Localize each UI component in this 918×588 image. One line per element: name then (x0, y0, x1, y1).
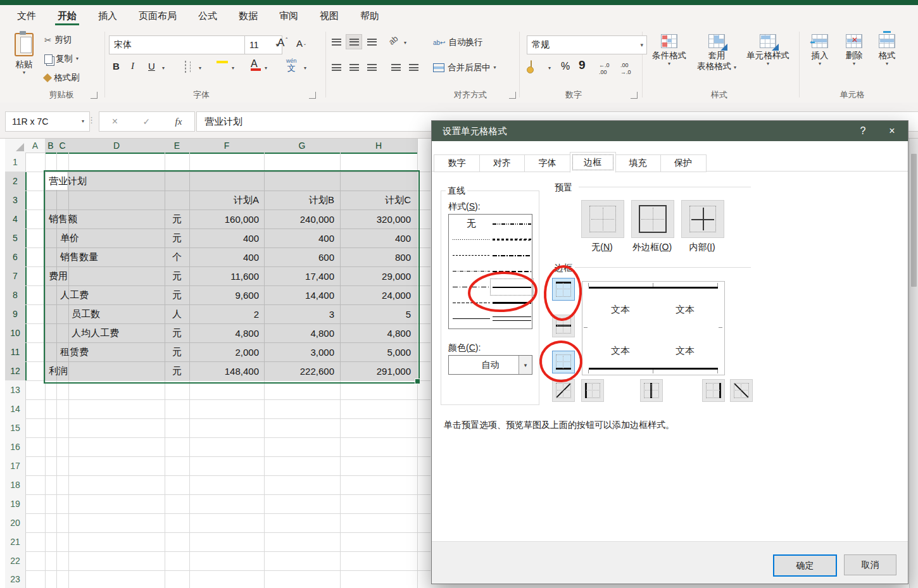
row-header-17[interactable]: 17 (5, 456, 26, 476)
tab-border[interactable]: 边框 (570, 152, 616, 173)
border-button-inner-vertical[interactable] (640, 379, 663, 402)
row-header-19[interactable]: 19 (5, 494, 26, 514)
dialog-close-button[interactable]: × (877, 121, 907, 141)
line-style-thick[interactable] (491, 295, 533, 311)
line-style-slant-dash[interactable] (491, 232, 533, 247)
preset-button-none[interactable] (581, 200, 624, 238)
line-style-dashed[interactable] (451, 295, 492, 311)
row-header-16[interactable]: 16 (5, 437, 26, 457)
menu-tab-file[interactable]: 文件 (6, 5, 47, 27)
row-header-20[interactable]: 20 (5, 513, 26, 533)
preset-button-outline[interactable] (631, 200, 674, 238)
line-style-dash-fine[interactable] (451, 247, 492, 263)
decrease-indent-button[interactable] (387, 59, 404, 75)
align-right-button[interactable] (363, 59, 380, 75)
selection-fill-handle[interactable] (415, 378, 420, 384)
number-dialog-launcher[interactable] (631, 92, 638, 99)
line-style-list[interactable]: 无 (448, 214, 532, 329)
format-as-table-button[interactable]: 套用 表格格式 ▾ (694, 34, 739, 72)
merge-center-button[interactable]: 合并后居中 ▾ (433, 62, 496, 73)
menu-tab-help[interactable]: 帮助 (349, 5, 390, 27)
row-header-15[interactable]: 15 (5, 418, 26, 438)
font-dialog-launcher[interactable] (309, 92, 316, 99)
row-header-10[interactable]: 10 (5, 323, 27, 343)
column-header-a[interactable]: A (25, 139, 46, 153)
row-header-3[interactable]: 3 (5, 191, 27, 210)
line-style-dash-dot-long[interactable] (451, 279, 492, 295)
increase-decimal-button[interactable]: ←.0 .00 (599, 62, 617, 76)
row-header-21[interactable]: 21 (5, 532, 26, 552)
number-format-combo[interactable]: 常规▾ (527, 35, 647, 54)
border-button-left[interactable] (581, 379, 604, 402)
preset-button-inside[interactable] (681, 200, 724, 238)
line-style-none[interactable]: 无 (451, 216, 492, 232)
borders-button[interactable] (185, 61, 186, 73)
clipboard-dialog-launcher[interactable] (91, 92, 97, 99)
cell-styles-button[interactable]: 单元格样式 ▾ (743, 34, 793, 66)
orientation-button[interactable]: ab (387, 34, 400, 47)
border-button-inner-horizontal[interactable] (552, 315, 575, 337)
line-style-dash-dot-dot[interactable] (491, 216, 533, 232)
accounting-format-button[interactable] (531, 61, 532, 72)
row-header-7[interactable]: 7 (5, 266, 27, 286)
percent-style-button[interactable]: % (561, 61, 570, 72)
align-left-button[interactable] (328, 59, 344, 75)
border-button-diagonal-down[interactable] (730, 379, 753, 402)
row-header-11[interactable]: 11 (5, 342, 27, 362)
bold-button[interactable]: B (113, 61, 120, 72)
dialog-titlebar[interactable]: 设置单元格格式 (432, 121, 908, 141)
row-header-5[interactable]: 5 (5, 228, 27, 248)
row-header-2[interactable]: 2 (5, 172, 27, 191)
line-style-med-dash[interactable] (491, 263, 533, 279)
ok-button[interactable]: 确定 (773, 554, 837, 577)
column-header-d[interactable]: D (68, 139, 165, 154)
line-style-thin[interactable] (451, 311, 492, 327)
cut-button[interactable]: ✂ 剪切 (44, 34, 72, 46)
align-middle-button[interactable] (346, 34, 362, 49)
column-header-h[interactable]: H (340, 139, 418, 154)
row-header-12[interactable]: 12 (5, 361, 27, 381)
menu-tab-home[interactable]: 开始 (47, 5, 87, 27)
line-style-solid[interactable] (491, 279, 533, 295)
menu-tab-page-layout[interactable]: 页面布局 (128, 5, 187, 27)
tab-alignment[interactable]: 对齐 (479, 154, 525, 172)
vertical-scrollbar[interactable] (909, 139, 918, 588)
insert-function-button[interactable]: fx (175, 116, 182, 127)
select-all-corner[interactable] (5, 139, 26, 153)
comma-style-button[interactable]: 9 (579, 58, 586, 72)
menu-tab-data[interactable]: 数据 (228, 5, 268, 27)
confirm-entry-button[interactable]: ✓ (142, 116, 150, 127)
alignment-dialog-launcher[interactable] (509, 92, 516, 99)
align-center-button[interactable] (346, 59, 362, 75)
insert-cells-button[interactable]: ⬅ 插入 ▾ (805, 34, 834, 66)
line-color-combo[interactable]: 自动 ▾ (448, 355, 532, 375)
menu-tab-view[interactable]: 视图 (309, 5, 349, 27)
row-header-6[interactable]: 6 (5, 247, 27, 267)
row-header-8[interactable]: 8 (5, 285, 27, 305)
menu-tab-review[interactable]: 审阅 (268, 5, 309, 27)
font-color-button[interactable]: A (251, 58, 258, 70)
tab-font[interactable]: 字体 (524, 154, 570, 172)
delete-cells-button[interactable]: ✕ 删除 ▾ (839, 34, 869, 66)
font-size-combo[interactable]: 11▾ (244, 35, 282, 54)
border-button-right[interactable] (702, 379, 725, 402)
row-header-23[interactable]: 23 (5, 570, 26, 588)
font-name-combo[interactable]: 宋体▾ (109, 35, 252, 54)
column-header-c[interactable]: C (56, 139, 69, 154)
column-header-e[interactable]: E (165, 139, 190, 154)
grow-font-button[interactable]: Aˆ (277, 37, 287, 49)
row-header-14[interactable]: 14 (5, 399, 26, 419)
wrap-text-button[interactable]: ab↩ 自动换行 (433, 37, 483, 48)
phonetic-guide-button[interactable]: wén 文 (286, 58, 297, 72)
border-button-diagonal-up[interactable] (552, 379, 575, 402)
dialog-help-button[interactable]: ? (848, 121, 877, 141)
border-button-top[interactable] (552, 278, 575, 301)
row-header-1[interactable]: 1 (5, 153, 26, 172)
column-header-g[interactable]: G (264, 139, 341, 154)
row-header-22[interactable]: 22 (5, 551, 26, 571)
increase-indent-button[interactable] (405, 59, 422, 75)
shrink-font-button[interactable]: Aˇ (296, 37, 306, 49)
align-bottom-button[interactable] (363, 34, 380, 49)
line-style-double[interactable] (491, 311, 533, 327)
tab-fill[interactable]: 填充 (615, 154, 661, 172)
